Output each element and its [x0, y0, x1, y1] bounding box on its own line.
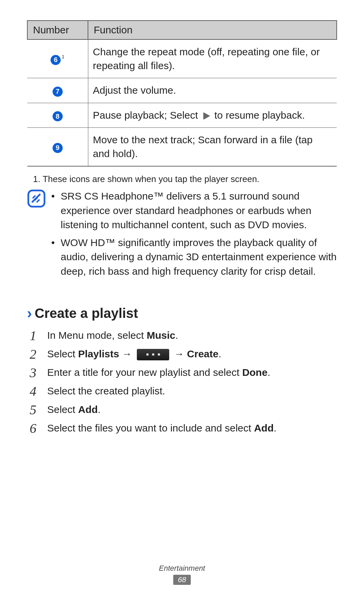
step-item: 3 Enter a title for your new playlist an…: [27, 365, 337, 380]
step-item: 4 Select the created playlist.: [27, 383, 337, 398]
note-list: SRS CS Headphone™ delivers a 5.1 surroun…: [51, 189, 337, 282]
step-number: 4: [30, 381, 36, 401]
step-item: 1 In Menu mode, select Music.: [27, 328, 337, 343]
circled-number-icon: 7: [53, 87, 63, 97]
step-text: Select: [47, 348, 78, 359]
function-table: Number Function 61 Change the repeat mod…: [27, 20, 337, 167]
row-function-cell: Change the repeat mode (off, repeating o…: [88, 39, 337, 78]
steps-list: 1 In Menu mode, select Music. 2 Select P…: [27, 328, 337, 436]
step-number: 3: [30, 363, 36, 383]
row-number-cell: 7: [27, 78, 88, 103]
footer-category: Entertainment: [0, 564, 364, 573]
row-number-cell: 61: [27, 39, 88, 78]
step-number: 1: [30, 326, 36, 346]
table-header-row: Number Function: [27, 21, 337, 39]
row-function-cell: Pause playback; Select to resume playbac…: [88, 103, 337, 128]
step-text: Enter a title for your new playlist and …: [47, 367, 242, 378]
header-number: Number: [27, 21, 88, 39]
step-bold: Add: [78, 404, 98, 415]
note-block: SRS CS Headphone™ delivers a 5.1 surroun…: [27, 189, 337, 282]
play-icon: [202, 112, 210, 120]
page-footer: Entertainment 68: [0, 564, 364, 585]
table-row: 9 Move to the next track; Scan forward i…: [27, 128, 337, 167]
step-text: .: [218, 348, 221, 359]
footnote-ref: 1: [62, 54, 64, 59]
circled-number-icon: 8: [53, 111, 63, 121]
note-item: SRS CS Headphone™ delivers a 5.1 surroun…: [51, 189, 337, 232]
step-bold: Music: [147, 330, 175, 341]
chevron-right-icon: ›: [27, 306, 32, 321]
step-item: 2 Select Playlists → → Create.: [27, 346, 337, 361]
note-icon: [27, 189, 48, 209]
step-item: 5 Select Add.: [27, 402, 337, 417]
func-text-b: to resume playback.: [214, 110, 305, 121]
table-row: 7 Adjust the volume.: [27, 78, 337, 103]
table-footnote: 1. These icons are shown when you tap th…: [33, 174, 337, 184]
section-title: › Create a playlist: [27, 306, 337, 321]
step-text: In Menu mode, select: [47, 330, 147, 341]
step-bold: Done: [242, 367, 268, 378]
step-text: .: [274, 422, 276, 434]
row-function-cell: Move to the next track; Scan forward in …: [88, 128, 337, 167]
step-number: 2: [30, 344, 36, 364]
step-bold: Create: [187, 348, 218, 359]
func-text-a: Pause playback; Select: [93, 110, 201, 121]
step-text: →: [119, 348, 135, 359]
footer-page-number: 68: [173, 575, 191, 585]
step-text: Select the created playlist.: [47, 385, 165, 396]
step-text: Select the files you want to include and…: [47, 422, 254, 434]
circled-number-icon: 6: [51, 55, 61, 65]
menu-dots-icon: [137, 349, 169, 360]
step-bold: Playlists: [78, 348, 119, 359]
header-function: Function: [88, 21, 337, 39]
table-row: 61 Change the repeat mode (off, repeatin…: [27, 39, 337, 78]
step-number: 5: [30, 400, 36, 420]
circled-number-icon: 9: [53, 143, 63, 153]
row-function-cell: Adjust the volume.: [88, 78, 337, 103]
row-number-cell: 8: [27, 103, 88, 128]
step-text: .: [268, 367, 270, 378]
row-number-cell: 9: [27, 128, 88, 167]
section-title-text: Create a playlist: [35, 306, 138, 321]
step-bold: Add: [254, 422, 274, 434]
manual-page: Number Function 61 Change the repeat mod…: [0, 0, 364, 597]
step-text: .: [175, 330, 178, 341]
note-item: WOW HD™ significantly improves the playb…: [51, 236, 337, 279]
section-create-playlist: › Create a playlist 1 In Menu mode, sele…: [27, 306, 337, 436]
step-item: 6 Select the files you want to include a…: [27, 420, 337, 436]
step-text: Select: [47, 404, 78, 415]
table-row: 8 Pause playback; Select to resume playb…: [27, 103, 337, 128]
step-number: 6: [30, 418, 36, 439]
step-text: →: [174, 348, 187, 359]
step-text: .: [98, 404, 100, 415]
